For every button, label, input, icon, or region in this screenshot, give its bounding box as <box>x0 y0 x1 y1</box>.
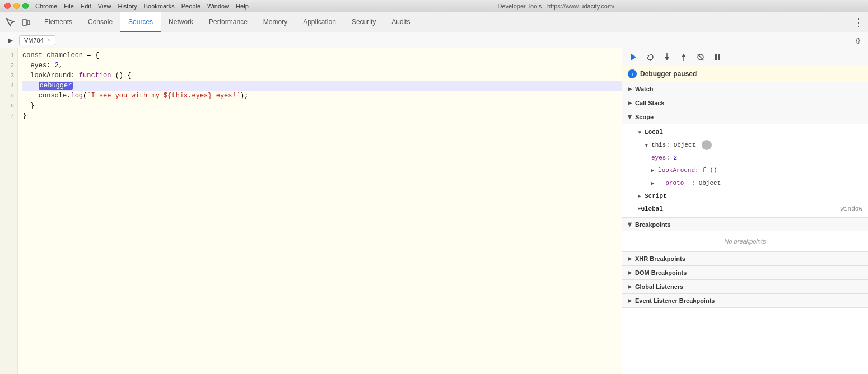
devtools-tab-list: Elements Console Sources Network Perform… <box>36 12 849 32</box>
breakpoints-label: Breakpoints <box>635 221 671 228</box>
menu-help[interactable]: Help <box>236 3 249 10</box>
watch-section: ▶ Watch <box>622 82 868 96</box>
menu-history[interactable]: History <box>118 3 137 10</box>
scope-lookaround-item[interactable]: ▶ lookAround: f () <box>622 164 868 177</box>
svg-rect-12 <box>715 54 717 60</box>
proto-triangle-icon: ▶ <box>651 179 654 189</box>
code-line-6: } <box>22 101 622 111</box>
code-lines[interactable]: const chameleon = { eyes: 2, lookAround:… <box>18 48 622 374</box>
code-line-3: lookAround: function () { <box>22 71 622 81</box>
device-toolbar-button[interactable] <box>19 16 32 29</box>
call-stack-section: ▶ Call Stack <box>622 96 868 110</box>
main-content-area: 1 2 3 4 5 6 7 const chameleon = { eyes: … <box>0 48 868 374</box>
menu-bookmarks[interactable]: Bookmarks <box>144 3 175 10</box>
scope-section-header[interactable]: ▶ Scope <box>622 110 868 124</box>
step-out-button[interactable] <box>677 50 690 64</box>
scope-this-label: this: Object <box>651 142 696 148</box>
dom-triangle-icon: ▶ <box>628 270 632 275</box>
call-stack-section-header[interactable]: ▶ Call Stack <box>622 96 868 110</box>
devtools-tabs-left-icons <box>0 12 36 32</box>
deactivate-breakpoints-button[interactable] <box>694 50 707 64</box>
event-listener-breakpoints-section: ▶ Event Listener Breakpoints <box>622 294 868 308</box>
close-window-button[interactable] <box>4 3 11 9</box>
scope-script-label: Script <box>645 193 667 199</box>
resume-button[interactable] <box>627 50 640 64</box>
scope-proto-value: Object <box>699 180 721 186</box>
svg-rect-1 <box>27 21 30 25</box>
watch-label: Watch <box>635 86 654 92</box>
menu-window[interactable]: Window <box>207 3 229 10</box>
menu-file[interactable]: File <box>64 3 74 10</box>
devtools-more-button[interactable]: ⋮ <box>849 12 868 32</box>
scope-this-header[interactable]: ▶ this: Object <box>622 139 868 152</box>
scope-global-value: Window <box>840 204 862 214</box>
menu-chrome[interactable]: Chrome <box>35 3 57 10</box>
code-line-7: } <box>22 111 622 121</box>
svg-marker-2 <box>631 54 636 60</box>
breakpoints-section-header[interactable]: ▶ Breakpoints <box>622 218 868 231</box>
step-into-button[interactable] <box>660 50 674 64</box>
menu-view[interactable]: View <box>98 3 111 10</box>
tab-console[interactable]: Console <box>80 12 120 32</box>
global-listeners-triangle-icon: ▶ <box>628 284 632 289</box>
dom-breakpoints-header[interactable]: ▶ DOM Breakpoints <box>622 266 868 279</box>
menu-edit[interactable]: Edit <box>81 3 91 10</box>
event-listener-breakpoints-label: Event Listener Breakpoints <box>635 297 715 304</box>
local-triangle-icon: ▶ <box>634 131 645 134</box>
scope-script-header[interactable]: ▶ Script <box>622 190 868 203</box>
scope-local-label: Local <box>645 129 663 135</box>
maximize-window-button[interactable] <box>22 3 29 9</box>
code-editor[interactable]: 1 2 3 4 5 6 7 const chameleon = { eyes: … <box>0 48 622 374</box>
line-number-3: 3 <box>0 71 17 81</box>
minimize-window-button[interactable] <box>13 3 20 9</box>
devtools-window-title: Developer Tools - https://www.udacity.co… <box>249 3 864 10</box>
scope-local-header[interactable]: ▶ Local <box>622 126 868 139</box>
right-panel-scroll[interactable]: i Debugger paused ▶ Watch ▶ Call Stack <box>622 66 868 374</box>
breakpoints-content: No breakpoints <box>622 231 868 251</box>
devtools-tabs-bar: Elements Console Sources Network Perform… <box>0 12 868 32</box>
event-listener-breakpoints-header[interactable]: ▶ Event Listener Breakpoints <box>622 294 868 307</box>
scope-global-label: Global <box>641 204 663 214</box>
sources-play-icon[interactable]: ▶ <box>3 34 17 47</box>
global-listeners-section: ▶ Global Listeners <box>622 280 868 294</box>
line-number-6: 6 <box>0 101 17 111</box>
event-listener-triangle-icon: ▶ <box>628 298 632 303</box>
format-button[interactable]: {} <box>851 34 865 47</box>
scope-eyes-value: 2 <box>674 155 678 161</box>
menu-people[interactable]: People <box>181 3 200 10</box>
xhr-breakpoints-header[interactable]: ▶ XHR Breakpoints <box>622 252 868 265</box>
step-over-button[interactable] <box>643 50 657 64</box>
pause-on-exceptions-button[interactable] <box>711 50 724 64</box>
vm784-tab[interactable]: VM784 × <box>19 35 55 45</box>
line-number-2: 2 <box>0 60 17 71</box>
tab-elements[interactable]: Elements <box>36 12 80 32</box>
scope-triangle-icon: ▶ <box>627 115 633 119</box>
xhr-breakpoints-label: XHR Breakpoints <box>635 255 685 262</box>
scope-proto-item[interactable]: ▶ __proto__: Object <box>622 177 868 190</box>
tab-application[interactable]: Application <box>295 12 344 32</box>
tab-memory[interactable]: Memory <box>255 12 295 32</box>
sources-file-bar: ▶ VM784 × {} <box>0 32 868 48</box>
vm784-close-button[interactable]: × <box>47 37 50 43</box>
global-listeners-header[interactable]: ▶ Global Listeners <box>622 280 868 293</box>
line-number-4: 4 <box>0 81 17 91</box>
traffic-lights <box>4 3 29 9</box>
svg-marker-7 <box>665 57 669 60</box>
tab-security[interactable]: Security <box>344 12 384 32</box>
line-numbers: 1 2 3 4 5 6 7 <box>0 48 18 374</box>
watch-section-header[interactable]: ▶ Watch <box>622 82 868 96</box>
svg-rect-0 <box>22 20 27 25</box>
tab-sources[interactable]: Sources <box>120 12 161 32</box>
scope-section: ▶ Scope ▶ Local ▶ this: Object <box>622 110 868 218</box>
xhr-triangle-icon: ▶ <box>628 256 632 261</box>
code-line-4: debugger <box>22 81 622 91</box>
right-panel: i Debugger paused ▶ Watch ▶ Call Stack <box>622 48 868 374</box>
tab-network[interactable]: Network <box>161 12 201 32</box>
scope-global-header[interactable]: ▶ Global Window <box>622 203 868 215</box>
global-listeners-label: Global Listeners <box>635 283 683 290</box>
scope-lookaround-key: lookAround <box>658 167 695 174</box>
tab-performance[interactable]: Performance <box>201 12 255 32</box>
tab-audits[interactable]: Audits <box>384 12 418 32</box>
breakpoints-triangle-icon: ▶ <box>627 223 633 227</box>
inspect-element-button[interactable] <box>3 16 17 29</box>
